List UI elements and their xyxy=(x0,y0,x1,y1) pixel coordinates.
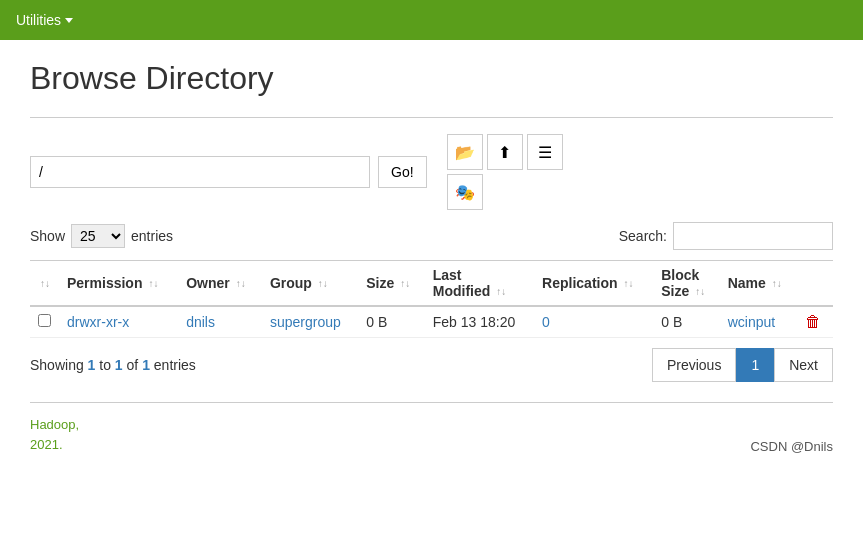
mask-icon-btn[interactable]: 🎭 xyxy=(447,174,483,210)
table-row: drwxr-xr-x dnils supergroup 0 B Feb 13 1… xyxy=(30,306,833,338)
table-body: drwxr-xr-x dnils supergroup 0 B Feb 13 1… xyxy=(30,306,833,338)
footer-right: CSDN @Dnils xyxy=(750,439,833,454)
sort-name: ↑↓ xyxy=(772,279,782,289)
sort-last-modified: ↑↓ xyxy=(496,287,506,297)
row-replication: 0 xyxy=(534,306,653,338)
row-checkbox[interactable] xyxy=(30,306,59,338)
replication-link[interactable]: 0 xyxy=(542,314,550,330)
footer-left-line2: 2021. xyxy=(30,435,79,455)
row-checkbox-input[interactable] xyxy=(38,314,51,327)
sort-permission: ↑↓ xyxy=(148,279,158,289)
search-label: Search: xyxy=(619,228,667,244)
main-content: Browse Directory Go! 📂 ⬆ ☰ 🎭 Show 10 xyxy=(0,40,863,482)
to-label: to xyxy=(99,357,111,373)
next-button[interactable]: Next xyxy=(774,348,833,382)
col-name: Name ↑↓ xyxy=(720,261,798,307)
col-permission: Permission ↑↓ xyxy=(59,261,178,307)
showing-entries: entries xyxy=(154,357,196,373)
entries-row: Show 10 25 50 100 entries Search: xyxy=(30,222,833,250)
pagination: Previous 1 Next xyxy=(652,348,833,382)
col-last-modified: LastModified ↑↓ xyxy=(425,261,534,307)
permission-link[interactable]: drwxr-xr-x xyxy=(67,314,129,330)
list-icon: ☰ xyxy=(538,143,552,162)
footer-left-line1: Hadoop, xyxy=(30,415,79,435)
caret-icon xyxy=(65,18,73,23)
col-checkbox: ↑↓ xyxy=(30,261,59,307)
group-link[interactable]: supergroup xyxy=(270,314,341,330)
row-block-size: 0 B xyxy=(653,306,719,338)
of-label: of xyxy=(127,357,139,373)
go-button[interactable]: Go! xyxy=(378,156,427,188)
title-divider xyxy=(30,117,833,118)
owner-link[interactable]: dnils xyxy=(186,314,215,330)
col-group: Group ↑↓ xyxy=(262,261,358,307)
showing-row: Showing 1 to 1 of 1 entries Previous 1 N… xyxy=(30,348,833,382)
utilities-menu[interactable]: Utilities xyxy=(16,12,73,28)
folder-icon-btn[interactable]: 📂 xyxy=(447,134,483,170)
show-label: Show xyxy=(30,228,65,244)
footer-left: Hadoop, 2021. xyxy=(30,415,79,454)
page-1-button[interactable]: 1 xyxy=(736,348,774,382)
entries-label: entries xyxy=(131,228,173,244)
icon-buttons-group: 📂 ⬆ ☰ 🎭 xyxy=(447,134,563,210)
list-icon-btn[interactable]: ☰ xyxy=(527,134,563,170)
col-owner: Owner ↑↓ xyxy=(178,261,262,307)
showing-text: Showing 1 to 1 of 1 entries xyxy=(30,357,196,373)
col-replication: Replication ↑↓ xyxy=(534,261,653,307)
col-size: Size ↑↓ xyxy=(358,261,424,307)
sort-block-size: ↑↓ xyxy=(695,287,705,297)
upload-icon-btn[interactable]: ⬆ xyxy=(487,134,523,170)
row-group: supergroup xyxy=(262,306,358,338)
row-size: 0 B xyxy=(358,306,424,338)
entries-select[interactable]: 10 25 50 100 xyxy=(71,224,125,248)
table-header-row: ↑↓ Permission ↑↓ Owner ↑↓ Group ↑↓ Size … xyxy=(30,261,833,307)
sort-replication: ↑↓ xyxy=(623,279,633,289)
showing-total: 1 xyxy=(142,357,150,373)
search-right: Search: xyxy=(619,222,833,250)
showing-to: 1 xyxy=(115,357,123,373)
col-actions xyxy=(797,261,833,307)
col-block-size: BlockSize ↑↓ xyxy=(653,261,719,307)
sort-group: ↑↓ xyxy=(318,279,328,289)
sort-checkbox: ↑↓ xyxy=(40,279,50,289)
search-input[interactable] xyxy=(673,222,833,250)
row-delete[interactable]: 🗑 xyxy=(797,306,833,338)
showing-from: 1 xyxy=(88,357,96,373)
upload-icon: ⬆ xyxy=(498,143,511,162)
utilities-label: Utilities xyxy=(16,12,61,28)
delete-icon[interactable]: 🗑 xyxy=(805,313,821,330)
navbar: Utilities xyxy=(0,0,863,40)
sort-owner: ↑↓ xyxy=(236,279,246,289)
page-title: Browse Directory xyxy=(30,60,833,97)
row-name: wcinput xyxy=(720,306,798,338)
footer-divider xyxy=(30,402,833,403)
mask-icon: 🎭 xyxy=(455,183,475,202)
footer: Hadoop, 2021. CSDN @Dnils xyxy=(30,415,833,462)
path-input[interactable] xyxy=(30,156,370,188)
showing-prefix: Showing xyxy=(30,357,84,373)
name-link[interactable]: wcinput xyxy=(728,314,775,330)
row-permission: drwxr-xr-x xyxy=(59,306,178,338)
previous-button[interactable]: Previous xyxy=(652,348,736,382)
directory-table: ↑↓ Permission ↑↓ Owner ↑↓ Group ↑↓ Size … xyxy=(30,260,833,338)
path-row: Go! 📂 ⬆ ☰ 🎭 xyxy=(30,134,833,210)
row-last-modified: Feb 13 18:20 xyxy=(425,306,534,338)
folder-icon: 📂 xyxy=(455,143,475,162)
row-owner: dnils xyxy=(178,306,262,338)
sort-size: ↑↓ xyxy=(400,279,410,289)
